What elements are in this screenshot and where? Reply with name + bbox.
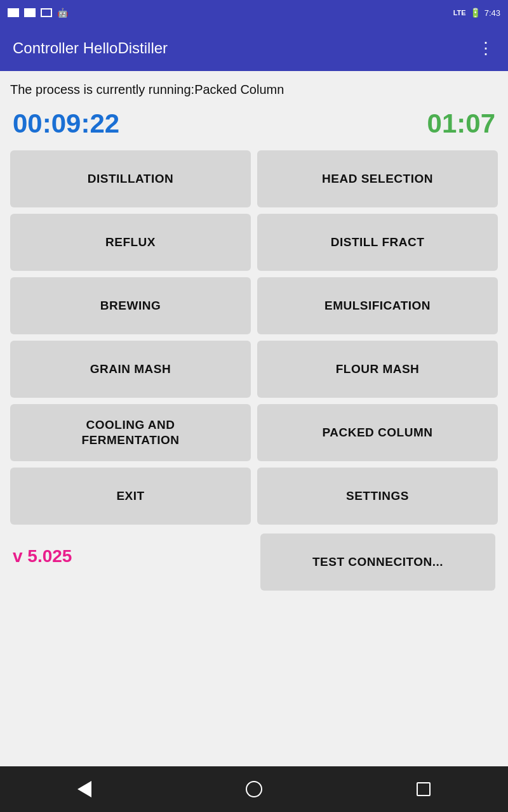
flour-mash-button[interactable]: FLOUR MASH: [257, 341, 498, 398]
cooling-fermentation-button[interactable]: COOLING AND FERMENTATION: [10, 404, 251, 461]
main-content: The process is currently running:Packed …: [0, 71, 508, 766]
packed-column-button[interactable]: PACKED COLUMN: [257, 404, 498, 461]
nav-back-button[interactable]: [77, 781, 91, 797]
process-button-grid: DISTILLATION HEAD SELECTION REFLUX DISTI…: [10, 150, 498, 525]
process-status-text: The process is currently running:Packed …: [10, 82, 498, 97]
test-connection-button[interactable]: TEST CONNECITON...: [260, 534, 495, 591]
settings-button[interactable]: SETTINGS: [257, 468, 498, 525]
distill-fract-button[interactable]: DISTILL FRACT: [257, 214, 498, 271]
lte-badge: LTE: [453, 9, 466, 16]
distillation-button[interactable]: DISTILLATION: [10, 150, 251, 207]
android-icon: 🤖: [57, 8, 68, 18]
brewing-button[interactable]: BREWING: [10, 277, 251, 334]
reflux-button[interactable]: REFLUX: [10, 214, 251, 271]
emulsification-button[interactable]: EMULSIFICATION: [257, 277, 498, 334]
timer-elapsed: 00:09:22: [13, 108, 119, 139]
timers-row: 00:09:22 01:07: [10, 108, 498, 139]
battery-icon: 🔋: [470, 8, 481, 18]
nav-recents-button[interactable]: [417, 782, 431, 796]
exit-button[interactable]: EXIT: [10, 468, 251, 525]
grain-mash-button[interactable]: GRAIN MASH: [10, 341, 251, 398]
nav-home-button[interactable]: [246, 781, 262, 797]
signal-icon-1: [8, 8, 19, 17]
bottom-row: v 5.025 TEST CONNECITON...: [10, 534, 498, 597]
app-bar: Controller HelloDistiller ⋮: [0, 25, 508, 71]
clock: 7:43: [485, 8, 500, 18]
nav-bar: [0, 766, 508, 812]
app-title: Controller HelloDistiller: [13, 39, 168, 57]
status-bar-left: 🤖: [8, 8, 68, 18]
overflow-menu-button[interactable]: ⋮: [478, 39, 495, 58]
head-selection-button[interactable]: HEAD SELECTION: [257, 150, 498, 207]
signal-icon-3: [41, 8, 52, 17]
timer-remaining: 01:07: [427, 108, 495, 139]
status-bar-right: LTE 🔋 7:43: [453, 8, 500, 18]
signal-icon-2: [24, 8, 36, 17]
status-bar: 🤖 LTE 🔋 7:43: [0, 0, 508, 25]
version-label: v 5.025: [13, 546, 72, 566]
